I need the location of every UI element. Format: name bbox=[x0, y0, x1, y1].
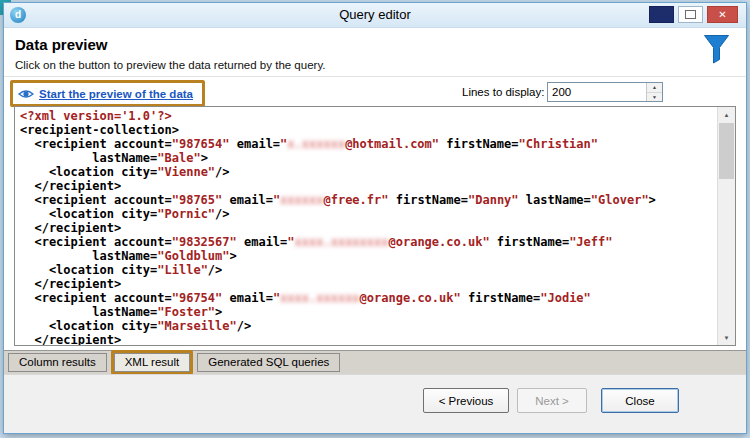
lines-to-display-input[interactable]: 200 ▲ ▼ bbox=[547, 82, 663, 102]
tab-xml-result[interactable]: XML result bbox=[114, 353, 191, 372]
eye-icon bbox=[18, 88, 34, 100]
close-window-button[interactable]: ✕ bbox=[707, 6, 738, 23]
spinner: ▲ ▼ bbox=[646, 83, 662, 101]
page-subtitle: Click on the button to preview the data … bbox=[15, 59, 325, 71]
vertical-scrollbar[interactable]: ▲ ▼ bbox=[717, 107, 735, 345]
tab-generated-sql-queries[interactable]: Generated SQL queries bbox=[197, 353, 340, 372]
lines-to-display-value: 200 bbox=[552, 86, 571, 98]
xml-preview-text: <?xml version='1.0'?><recipient-collecti… bbox=[20, 109, 714, 345]
xml-preview-pane[interactable]: <?xml version='1.0'?><recipient-collecti… bbox=[14, 106, 736, 346]
previous-button[interactable]: < Previous bbox=[423, 388, 509, 413]
start-preview-link[interactable]: Start the preview of the data bbox=[39, 88, 193, 100]
window-title: Query editor bbox=[4, 7, 746, 22]
query-editor-window: d Query editor ✕ Data preview Click on t… bbox=[3, 2, 747, 434]
result-tabs: Column results XML result Generated SQL … bbox=[4, 350, 746, 374]
divider bbox=[4, 76, 746, 77]
spin-down-button[interactable]: ▼ bbox=[647, 93, 662, 102]
footer-bar: < Previous Next > Close bbox=[4, 374, 746, 433]
scrollbar-thumb[interactable] bbox=[719, 123, 734, 179]
tab-column-results[interactable]: Column results bbox=[8, 353, 107, 372]
close-dialog-button[interactable]: Close bbox=[601, 388, 679, 413]
scroll-up-button[interactable]: ▲ bbox=[718, 107, 735, 122]
scroll-down-button[interactable]: ▼ bbox=[718, 330, 735, 345]
lines-to-display-label: Lines to display: bbox=[462, 86, 544, 98]
maximize-button[interactable] bbox=[678, 6, 703, 23]
next-button[interactable]: Next > bbox=[517, 388, 587, 413]
desktop-background: d Query editor ✕ Data preview Click on t… bbox=[0, 0, 750, 438]
window-controls: ✕ bbox=[649, 6, 738, 23]
annotation-highlight-preview-link: Start the preview of the data bbox=[10, 80, 205, 107]
minimize-button[interactable] bbox=[649, 6, 674, 23]
filter-icon[interactable] bbox=[703, 34, 730, 65]
page-title: Data preview bbox=[15, 36, 108, 53]
annotation-highlight-xml-result-tab: XML result bbox=[111, 350, 194, 375]
titlebar[interactable]: d Query editor ✕ bbox=[4, 3, 746, 28]
maximize-icon bbox=[685, 10, 696, 19]
spin-up-button[interactable]: ▲ bbox=[647, 83, 662, 93]
